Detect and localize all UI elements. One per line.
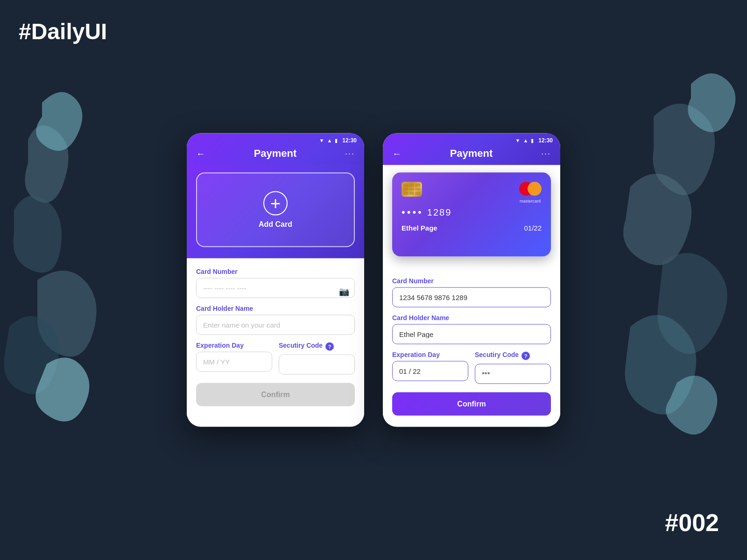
phone2-security-group: Secutiry Code ? [475,351,551,391]
phone2-header: ▼ ▲ ▮ 12:30 ← Payment ··· [383,133,560,165]
phone1-status-bar: ▼ ▲ ▮ 12:30 [187,133,364,144]
phone2-back-button[interactable]: ← [392,148,402,159]
card-chip [402,182,422,197]
card-last4: 1289 [427,207,452,217]
phone1-navbar: ← Payment ··· [187,144,364,165]
card-top-row [402,182,542,197]
phone2-more-button[interactable]: ··· [541,148,551,158]
phone1-nav-title: Payment [254,147,297,160]
battery-icon-2: ▮ [531,137,534,143]
phone2-form: Card Number Card Holder Name Experation … [383,268,560,427]
security-help-icon-2[interactable]: ? [521,352,530,360]
page-number: #002 [665,509,719,537]
security-help-icon[interactable]: ? [325,343,334,351]
phone2-expiry-label: Experation Day [392,351,468,358]
phone2-cardholder-input[interactable] [392,324,551,344]
phone2-row-fields: Experation Day Secutiry Code ? [392,351,551,391]
card-holder-display: Ethel Page [402,224,437,232]
wifi-icon-2: ▼ [515,138,521,143]
phone1-security-label: Secutiry Code [279,342,323,349]
phone1-card-number-label: Card Number [196,268,355,275]
phone1-back-button[interactable]: ← [196,148,205,159]
phone1-form: Card Number 📷 Card Holder Name Experatio… [187,259,364,418]
phone1-more-button[interactable]: ··· [345,148,355,158]
phone1-cardholder-input[interactable] [196,315,355,335]
phone2-confirm-button[interactable]: Confirm [392,392,551,416]
phone1-card-number-wrapper: 📷 [196,278,355,305]
phone1-header: ▼ ▲ ▮ 12:30 ← Payment ··· + Add Card [187,133,364,259]
phone2-navbar: ← Payment ··· [383,144,560,165]
phone1-time: 12:30 [342,137,357,144]
phone-2: ▼ ▲ ▮ 12:30 ← Payment ··· [383,133,560,427]
card-number-display: •••• 1289 [402,206,542,218]
add-icon: + [263,191,288,216]
battery-icon: ▮ [335,137,338,143]
phone-1: ▼ ▲ ▮ 12:30 ← Payment ··· + Add Card Car… [187,133,364,427]
signal-icon: ▲ [327,138,332,143]
phone1-add-card-area: + Add Card [187,165,364,259]
phones-container: ▼ ▲ ▮ 12:30 ← Payment ··· + Add Card Car… [187,133,560,427]
phone2-cardholder-label: Card Holder Name [392,314,551,322]
phone2-expiry-group: Experation Day [392,351,468,391]
mastercard-logo [519,182,542,196]
phone2-expiry-input[interactable] [392,361,468,381]
phone2-time: 12:30 [538,137,553,144]
card-expiry-display: 01/22 [524,224,542,232]
phone2-security-input[interactable] [475,364,551,384]
signal-icon-2: ▲ [523,138,528,143]
add-card-button[interactable]: + Add Card [196,173,355,247]
card-bottom-row: Ethel Page 01/22 [402,224,542,232]
page-title: #DailyUI [19,19,107,44]
mc-circle-right [528,182,542,196]
phone1-security-input[interactable] [279,355,355,375]
add-card-label: Add Card [259,220,292,229]
camera-icon[interactable]: 📷 [339,286,349,296]
wifi-icon: ▼ [319,138,324,143]
phone2-security-label-row: Secutiry Code ? [475,351,551,361]
phone2-status-bar: ▼ ▲ ▮ 12:30 [383,133,560,144]
card-dots: •••• [402,206,423,218]
phone2-security-label: Secutiry Code [475,351,519,358]
phone1-expiry-group: Experation Day [196,342,272,381]
phone1-expiry-input[interactable] [196,352,272,372]
phone1-expiry-label: Experation Day [196,342,272,349]
phone1-security-group: Secutiry Code ? [279,342,355,381]
phone2-nav-title: Payment [450,147,493,160]
phone1-security-label-row: Secutiry Code ? [279,342,355,352]
phone1-confirm-button[interactable]: Confirm [196,383,355,406]
phone1-card-number-input[interactable] [196,278,355,298]
credit-card: mastercard •••• 1289 Ethel Page 01/22 [392,173,551,257]
mastercard-label: mastercard [520,199,541,203]
phone2-card-number-label: Card Number [392,277,551,285]
phone1-cardholder-label: Card Holder Name [196,305,355,312]
phone2-card-number-input[interactable] [392,287,551,308]
phone1-row-fields: Experation Day Secutiry Code ? [196,342,355,381]
